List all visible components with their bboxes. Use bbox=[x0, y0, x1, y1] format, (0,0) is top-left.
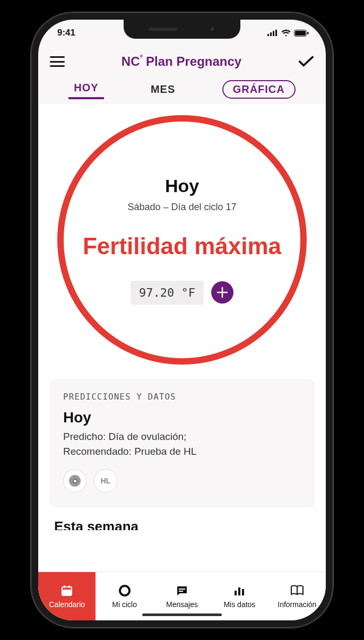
svg-rect-15 bbox=[235, 591, 237, 595]
confirm-icon[interactable] bbox=[298, 56, 314, 67]
nav-calendar-label: Calendario bbox=[49, 600, 85, 609]
data-icon bbox=[232, 584, 246, 598]
nav-calendar[interactable]: Calendario bbox=[38, 572, 96, 620]
svg-rect-5 bbox=[295, 31, 306, 36]
tab-today[interactable]: HOY bbox=[68, 80, 103, 99]
svg-rect-17 bbox=[242, 589, 244, 595]
app-header: NC° Plan Pregnancy bbox=[38, 46, 326, 77]
temperature-value[interactable]: 97.20 °F bbox=[131, 281, 204, 305]
plus-icon bbox=[216, 287, 228, 298]
svg-rect-3 bbox=[275, 30, 277, 36]
svg-rect-11 bbox=[69, 585, 71, 588]
ovulation-badge[interactable] bbox=[63, 469, 86, 492]
svg-rect-0 bbox=[267, 34, 269, 36]
battery-icon bbox=[294, 30, 309, 37]
home-indicator[interactable] bbox=[142, 613, 222, 616]
nav-info-label: Información bbox=[278, 600, 316, 609]
svg-rect-1 bbox=[270, 32, 272, 36]
nav-info[interactable]: Información bbox=[268, 572, 326, 620]
wifi-icon bbox=[281, 30, 291, 37]
nav-data-label: Mis datos bbox=[223, 600, 255, 609]
card-section-label: PREDICCIONES Y DATOS bbox=[63, 392, 301, 402]
card-title: Hoy bbox=[63, 409, 301, 426]
svg-point-12 bbox=[120, 586, 129, 595]
svg-rect-10 bbox=[64, 585, 65, 588]
fertility-circle: Hoy Sábado – Día del ciclo 17 Fertilidad… bbox=[57, 115, 307, 365]
main-content[interactable]: Hoy Sábado – Día del ciclo 17 Fertilidad… bbox=[38, 106, 326, 572]
status-time: 9:41 bbox=[57, 28, 75, 38]
cellular-icon bbox=[267, 30, 278, 36]
svg-rect-14 bbox=[179, 591, 183, 592]
nav-cycle-label: Mi ciclo bbox=[112, 600, 137, 609]
status-indicators bbox=[267, 30, 309, 37]
next-section-preview: Esta semana bbox=[54, 518, 310, 530]
ovulation-icon bbox=[69, 475, 81, 487]
messages-icon bbox=[175, 584, 189, 598]
phone-frame: 9:41 NC° Plan Pregnancy HOY MES GRÁFICA bbox=[31, 12, 333, 628]
predictions-card: PREDICCIONES Y DATOS Hoy Predicho: Día d… bbox=[50, 379, 314, 507]
hl-label: HL bbox=[101, 477, 111, 485]
circle-today-label: Hoy bbox=[165, 176, 199, 196]
device-notch bbox=[124, 20, 240, 39]
svg-rect-16 bbox=[238, 587, 240, 595]
view-tabs: HOY MES GRÁFICA bbox=[38, 77, 326, 106]
cycle-icon bbox=[118, 584, 132, 598]
circle-subtitle: Sábado – Día del ciclo 17 bbox=[127, 202, 236, 213]
svg-rect-13 bbox=[179, 589, 185, 590]
svg-rect-6 bbox=[307, 32, 309, 34]
screen: 9:41 NC° Plan Pregnancy HOY MES GRÁFICA bbox=[38, 20, 326, 620]
tab-month[interactable]: MES bbox=[145, 81, 180, 98]
card-recommended-line: Recomendado: Prueba de HL bbox=[63, 444, 301, 459]
add-temperature-button[interactable] bbox=[211, 281, 233, 304]
nav-messages-label: Mensajes bbox=[166, 600, 198, 609]
svg-rect-2 bbox=[273, 31, 274, 37]
menu-button[interactable] bbox=[50, 56, 65, 67]
hl-test-badge[interactable]: HL bbox=[94, 469, 117, 492]
calendar-icon bbox=[60, 584, 74, 598]
fertility-status: Fertilidad máxima bbox=[83, 233, 281, 260]
app-title: NC° Plan Pregnancy bbox=[122, 54, 241, 69]
card-predicted-line: Predicho: Día de ovulación; bbox=[63, 429, 301, 444]
info-icon bbox=[290, 584, 304, 598]
tab-chart[interactable]: GRÁFICA bbox=[222, 80, 296, 99]
